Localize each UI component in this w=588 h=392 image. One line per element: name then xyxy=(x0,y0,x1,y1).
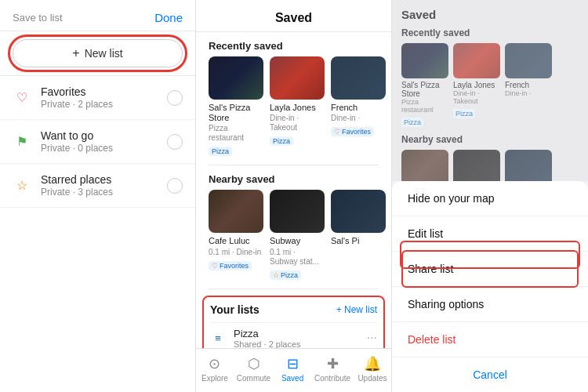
want-to-go-icon: ⚑ xyxy=(13,132,31,151)
dimmed-background: Saved Recently saved Sal's Pizza Store P… xyxy=(392,0,588,181)
place-card[interactable]: Sal's Pi xyxy=(331,190,386,280)
place-image xyxy=(331,56,386,100)
nav-label: Updates xyxy=(358,374,387,383)
your-lists-title: Your lists xyxy=(210,303,260,316)
context-panel: Saved Recently saved Sal's Pizza Store P… xyxy=(392,0,588,392)
list-item-name: Favorites xyxy=(41,85,167,98)
list-items: ♡ Favorites Private · 2 places ⚑ Want to… xyxy=(0,76,195,392)
list-radio[interactable] xyxy=(167,90,183,106)
list-radio[interactable] xyxy=(167,134,183,150)
place-name: Layla Jones xyxy=(270,103,325,113)
list-row-name: Pizza xyxy=(234,328,367,339)
p3-place-name: French xyxy=(505,81,552,89)
tag-text: Favorites xyxy=(220,262,249,270)
new-list-button[interactable]: + New list xyxy=(13,39,183,67)
p3-saved-title: Saved xyxy=(401,8,579,21)
your-lists-section: Your lists + New list ≡ Pizza Shared · 2… xyxy=(202,296,385,348)
p3-card: Layla Jones Dine-in · Takeout Pizza xyxy=(453,43,500,128)
nav-commute[interactable]: ⬡ Commute xyxy=(237,355,270,383)
bottom-nav: ⊙ Explore ⬡ Commute ⊟ Saved ✚ Contribute… xyxy=(196,348,391,392)
saved-title: Saved xyxy=(275,11,312,24)
list-row[interactable]: ≡ Pizza Shared · 2 places ··· xyxy=(210,322,377,348)
tag-text: Pizza xyxy=(281,271,298,279)
saved-content: Recently saved Sal's Pizza Store Pizza r… xyxy=(196,32,391,348)
sharing-options-item[interactable]: Sharing options xyxy=(392,287,588,322)
list-radio[interactable] xyxy=(167,178,183,194)
cancel-item[interactable]: Cancel xyxy=(392,358,588,392)
place-tag: ♡ Favorites xyxy=(331,127,374,136)
place-type: Dine-in · Takeout xyxy=(270,114,325,132)
tag-text: Favorites xyxy=(342,128,371,136)
nav-label: Saved xyxy=(281,374,303,383)
p3-nearby-row: Cafe Luluc 0.1 mi · Dine-in Favorites Su… xyxy=(401,150,579,181)
place-card[interactable]: French Dine-in · ♡ Favorites xyxy=(331,56,386,157)
contribute-icon: ✚ xyxy=(327,355,339,372)
edit-list-label: Edit list xyxy=(408,227,443,240)
more-options-button[interactable]: ··· xyxy=(367,331,377,345)
place-card[interactable]: Sal's Pizza Store Pizza restaurant Pizza xyxy=(209,56,263,157)
place-image xyxy=(270,56,325,100)
p3-card: Sal's Pizza Store Pizza restaurant Pizza xyxy=(401,43,448,128)
hide-on-map-item[interactable]: Hide on your map xyxy=(392,181,588,216)
p3-place-image xyxy=(453,43,500,78)
nav-contribute[interactable]: ✚ Contribute xyxy=(314,355,350,383)
place-name: Cafe Luluc xyxy=(209,236,263,246)
nav-saved[interactable]: ⊟ Saved xyxy=(277,355,308,383)
place-tag: Pizza xyxy=(209,147,232,156)
p3-card: Subway 0.1 mi · Subway stat... xyxy=(453,150,500,181)
share-list-label: Share list xyxy=(408,263,453,275)
p3-recently-row: Sal's Pizza Store Pizza restaurant Pizza… xyxy=(401,43,579,128)
p3-card: Cafe Luluc 0.1 mi · Dine-in Favorites xyxy=(401,150,448,181)
save-to-list-panel: Save to list Done + New list ♡ Favorites… xyxy=(0,0,196,392)
recently-saved-row: Sal's Pizza Store Pizza restaurant Pizza… xyxy=(196,56,391,165)
edit-list-item[interactable]: Edit list xyxy=(392,216,588,252)
plus-icon: + xyxy=(72,46,79,60)
p3-place-image xyxy=(401,43,448,78)
hide-on-map-label: Hide on your map xyxy=(408,192,495,205)
save-to-list-title: Save to list xyxy=(13,12,63,24)
p3-place-image xyxy=(453,150,500,181)
new-list-link[interactable]: + New list xyxy=(336,304,377,315)
list-item[interactable]: ♡ Favorites Private · 2 places xyxy=(0,76,195,120)
list-item-sub: Private · 0 places xyxy=(41,143,167,154)
p3-card: Sal's Pi xyxy=(505,150,552,181)
list-item[interactable]: ⚑ Want to go Private · 0 places xyxy=(0,120,195,164)
place-image xyxy=(209,190,263,233)
place-tag: Pizza xyxy=(270,136,293,146)
place-card[interactable]: Subway 0.1 mi · Subway stat... ☆ Pizza xyxy=(270,190,325,280)
nav-explore[interactable]: ⊙ Explore xyxy=(199,355,230,383)
place-card[interactable]: Cafe Luluc 0.1 mi · Dine-in ♡ Favorites xyxy=(209,190,263,280)
place-type: 0.1 mi · Subway stat... xyxy=(270,248,325,267)
nav-updates[interactable]: 🔔 Updates xyxy=(357,355,388,383)
place-name: French xyxy=(331,103,386,113)
place-name: Sal's Pi xyxy=(331,236,386,246)
pizza-list-icon: ≡ xyxy=(210,330,226,346)
your-lists-header: Your lists + New list xyxy=(210,303,377,316)
delete-list-item[interactable]: Delete list xyxy=(392,322,588,358)
panel1-header: Save to list Done xyxy=(0,0,195,31)
place-card[interactable]: Layla Jones Dine-in · Takeout Pizza xyxy=(270,56,325,157)
place-image xyxy=(270,190,325,233)
p3-tag: Pizza xyxy=(401,118,423,127)
saved-nav-icon: ⊟ xyxy=(287,355,299,372)
p3-nearby-saved: Nearby saved xyxy=(401,134,579,145)
updates-icon: 🔔 xyxy=(364,355,381,372)
p3-place-image xyxy=(505,43,552,78)
delete-list-label: Delete list xyxy=(408,333,456,346)
done-button[interactable]: Done xyxy=(154,11,183,24)
context-menu: Hide on your map Edit list Share list Sh… xyxy=(392,181,588,392)
nearby-saved-row: Cafe Luluc 0.1 mi · Dine-in ♡ Favorites … xyxy=(196,190,391,288)
saved-panel: Saved Recently saved Sal's Pizza Store P… xyxy=(196,0,392,392)
p3-place-type: Dine-in · Takeout xyxy=(453,89,500,105)
tag-text: Pizza xyxy=(212,147,229,155)
p3-place-name: Layla Jones xyxy=(453,81,500,89)
list-item[interactable]: ☆ Starred places Private · 3 places xyxy=(0,164,195,208)
place-image xyxy=(331,190,386,233)
share-list-item[interactable]: Share list xyxy=(392,252,588,287)
new-list-container: + New list xyxy=(0,31,195,76)
place-name: Sal's Pizza Store xyxy=(209,103,263,123)
nav-label: Commute xyxy=(237,374,270,383)
place-name: Subway xyxy=(270,236,325,246)
nearby-saved-label: Nearby saved xyxy=(196,165,391,190)
place-type: Dine-in · xyxy=(331,114,386,123)
